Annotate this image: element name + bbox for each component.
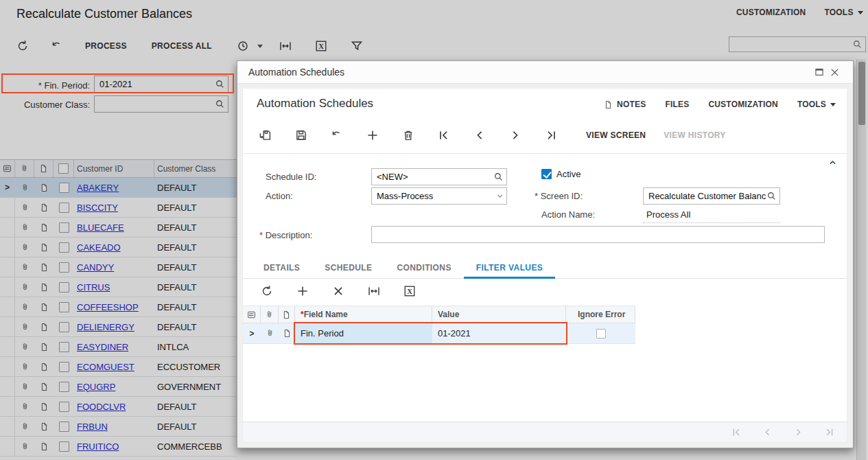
save-close-button[interactable]: [257, 126, 274, 144]
customization-link[interactable]: CUSTOMIZATION: [708, 100, 777, 109]
ignore-error-cell[interactable]: [566, 323, 635, 343]
filter-grid-header: Field Name Value Ignore Error: [243, 306, 635, 323]
chevron-down-icon: [496, 192, 504, 200]
add-button[interactable]: [364, 126, 382, 144]
note-icon: [282, 310, 291, 319]
automation-schedules-dialog: Automation Schedules Automation Schedule…: [237, 60, 854, 448]
action-name-label: Action Name:: [541, 209, 595, 220]
next-record-icon: [793, 427, 804, 437]
go-first-button[interactable]: [435, 126, 453, 144]
first-record-icon: [438, 129, 450, 141]
action-name-underline: [643, 210, 780, 223]
description-field[interactable]: [371, 226, 825, 243]
delete-button[interactable]: [399, 126, 417, 144]
go-first-button[interactable]: [731, 427, 742, 437]
row-note-cell[interactable]: [279, 323, 295, 343]
attachments-column-header[interactable]: [261, 306, 279, 323]
go-next-button[interactable]: [793, 427, 804, 437]
view-screen-button[interactable]: VIEW SCREEN: [586, 130, 646, 140]
dialog-toolbar: VIEW SCREEN VIEW HISTORY: [257, 124, 726, 146]
first-record-icon: [731, 427, 742, 437]
grid-settings-button[interactable]: [243, 306, 261, 323]
refresh-button[interactable]: [258, 282, 276, 300]
svg-text:X: X: [407, 287, 412, 295]
chevron-up-icon: [828, 159, 837, 167]
chevron-down-icon: [830, 103, 836, 106]
fit-width-icon: [368, 285, 380, 297]
notes-column-header[interactable]: [279, 306, 295, 323]
close-button[interactable]: [827, 65, 842, 80]
row-attachment-cell[interactable]: [261, 323, 279, 343]
value-column-header[interactable]: Value: [432, 306, 566, 323]
dialog-footer: [243, 422, 847, 442]
filter-grid-row[interactable]: > Fin. Period 01-2021: [243, 323, 635, 344]
active-label: Active: [556, 169, 580, 179]
schedule-id-label: Schedule ID:: [266, 172, 316, 182]
note-icon: [283, 329, 292, 338]
tools-link[interactable]: TOOLS: [797, 100, 836, 109]
value-cell[interactable]: 01-2021: [432, 323, 566, 343]
prev-record-icon: [473, 129, 486, 141]
add-row-button[interactable]: [294, 282, 312, 300]
prev-record-icon: [762, 427, 773, 437]
filter-values-grid: Field Name Value Ignore Error > Fin. Per…: [243, 306, 635, 344]
delete-row-button[interactable]: [329, 282, 347, 300]
dialog-heading: Automation Schedules: [257, 97, 373, 111]
dialog-body: Automation Schedules NOTES FILES CUSTOMI…: [242, 88, 847, 443]
save-button[interactable]: [292, 126, 310, 144]
tab-details[interactable]: DETAILS: [251, 259, 312, 279]
dialog-link-bar: NOTES FILES CUSTOMIZATION TOOLS: [604, 100, 836, 109]
go-prev-button[interactable]: [471, 126, 489, 144]
trash-icon: [402, 129, 414, 141]
view-history-button: VIEW HISTORY: [664, 130, 725, 140]
cancel-button[interactable]: [328, 126, 346, 144]
maximize-button[interactable]: [812, 65, 827, 80]
files-link[interactable]: FILES: [665, 100, 689, 109]
last-record-icon: [545, 129, 557, 141]
plus-icon: [366, 129, 379, 141]
go-next-button[interactable]: [506, 126, 524, 144]
notes-link[interactable]: NOTES: [604, 100, 646, 109]
field-name-column-header[interactable]: Field Name: [295, 306, 432, 323]
go-last-button[interactable]: [542, 126, 560, 144]
tab-schedule[interactable]: SCHEDULE: [312, 259, 384, 279]
schedule-id-field[interactable]: <NEW>: [371, 168, 507, 185]
ignore-error-checkbox[interactable]: [596, 329, 606, 338]
screen-id-label: Screen ID:: [535, 191, 583, 201]
field-name-cell[interactable]: Fin. Period: [295, 323, 432, 343]
excel-icon: X: [403, 285, 416, 297]
go-last-button[interactable]: [824, 427, 834, 437]
dialog-titlebar: Automation Schedules: [237, 61, 853, 84]
next-record-icon: [509, 129, 521, 141]
active-checkbox[interactable]: [541, 169, 552, 179]
row-selector-arrow: >: [243, 323, 261, 343]
active-checkbox-group[interactable]: Active: [541, 169, 580, 179]
ignore-error-column-header[interactable]: Ignore Error: [566, 306, 635, 323]
filter-grid-toolbar: X: [258, 282, 419, 300]
go-prev-button[interactable]: [762, 427, 773, 437]
description-label: Description:: [259, 230, 312, 240]
screen-id-field[interactable]: Recalculate Customer Balanc: [643, 187, 780, 205]
paperclip-icon: [266, 329, 274, 338]
note-icon: [604, 100, 613, 109]
dialog-tabs: DETAILS SCHEDULE CONDITIONS FILTER VALUE…: [243, 259, 847, 279]
save-close-icon: [259, 129, 272, 141]
collapse-panel-button[interactable]: [826, 157, 838, 168]
lookup-icon[interactable]: [493, 172, 504, 182]
action-select[interactable]: Mass-Process: [371, 187, 507, 205]
last-record-icon: [824, 427, 834, 437]
fit-width-button[interactable]: [365, 282, 383, 300]
paperclip-icon: [265, 310, 274, 319]
delete-x-icon: [332, 285, 344, 297]
dialog-title: Automation Schedules: [248, 67, 812, 78]
lookup-icon[interactable]: [766, 191, 777, 201]
plus-icon: [296, 285, 309, 297]
undo-icon: [331, 129, 343, 141]
divider: [243, 153, 847, 154]
save-icon: [295, 129, 307, 141]
tab-conditions[interactable]: CONDITIONS: [384, 259, 463, 279]
export-excel-button[interactable]: X: [401, 282, 419, 300]
tab-filter-values[interactable]: FILTER VALUES: [464, 259, 555, 279]
close-icon: [830, 67, 840, 78]
refresh-icon: [261, 285, 273, 297]
